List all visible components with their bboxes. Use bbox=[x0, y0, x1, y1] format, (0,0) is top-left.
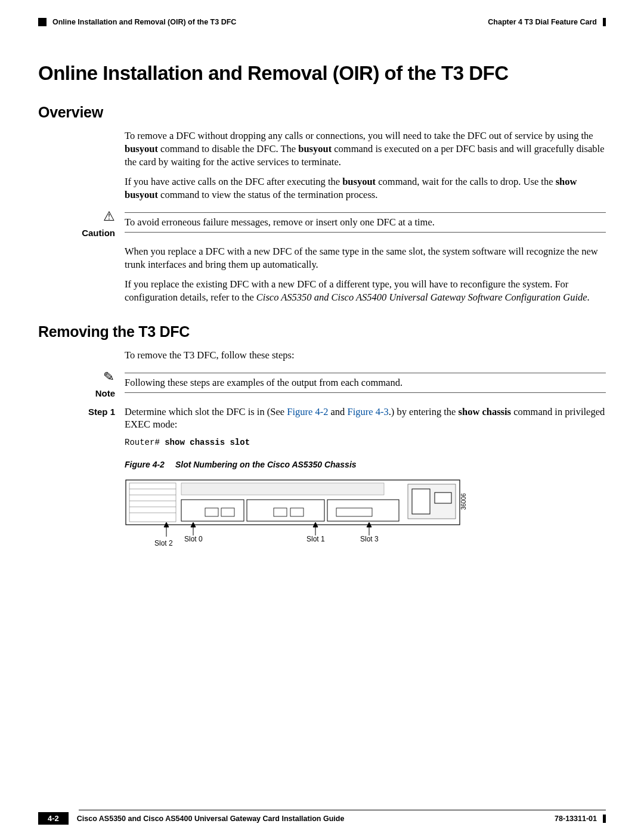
page-title: Online Installation and Removal (OIR) of… bbox=[38, 62, 606, 85]
footer-bar-icon bbox=[603, 815, 606, 823]
page-header: Online Installation and Removal (OIR) of… bbox=[38, 18, 606, 26]
code-block: Router# show chassis slot bbox=[125, 437, 606, 448]
step-1-label: Step 1 bbox=[38, 405, 125, 417]
figure-title: Slot Numbering on the Cisco AS5350 Chass… bbox=[175, 460, 357, 469]
note-label: Note bbox=[95, 388, 115, 398]
svg-rect-17 bbox=[290, 508, 304, 516]
footer-guide-title: Cisco AS5350 and Cisco AS5400 Universal … bbox=[77, 815, 345, 823]
slot-3-label: Slot 3 bbox=[360, 535, 379, 543]
svg-rect-10 bbox=[435, 493, 451, 503]
slot-1-label: Slot 1 bbox=[306, 535, 325, 543]
header-square-icon bbox=[38, 18, 47, 26]
caution-icon: ⚠ bbox=[103, 209, 115, 224]
note-rule-bottom bbox=[125, 392, 606, 393]
note-text: Following these steps are examples of th… bbox=[125, 377, 606, 389]
code-prompt: Router# bbox=[125, 438, 165, 447]
svg-rect-7 bbox=[181, 483, 384, 495]
caution-rule-bottom bbox=[125, 232, 606, 233]
slot-0-label: Slot 0 bbox=[184, 535, 203, 543]
page-footer: 4-2 Cisco AS5350 and Cisco AS5400 Univer… bbox=[38, 810, 606, 825]
overview-p3: When you replace a DFC with a new DFC of… bbox=[125, 245, 606, 271]
header-bar-icon bbox=[603, 18, 606, 26]
overview-p4: If you replace the existing DFC with a n… bbox=[125, 278, 606, 304]
caution-text: To avoid erroneous failure messages, rem… bbox=[125, 216, 606, 228]
removing-heading: Removing the T3 DFC bbox=[38, 323, 606, 340]
figure-number: Figure 4-2 bbox=[125, 460, 165, 469]
svg-rect-14 bbox=[205, 508, 218, 516]
svg-rect-16 bbox=[274, 508, 287, 516]
note-icon: ✎ bbox=[103, 368, 114, 385]
note-rule-top bbox=[125, 373, 606, 373]
code-command: show chassis slot bbox=[165, 438, 250, 447]
link-figure-4-3[interactable]: Figure 4-3 bbox=[348, 406, 389, 417]
link-figure-4-2[interactable]: Figure 4-2 bbox=[287, 406, 328, 417]
svg-rect-15 bbox=[221, 508, 234, 516]
overview-p2: If you have active calls on the DFC afte… bbox=[125, 175, 606, 202]
svg-rect-18 bbox=[336, 508, 372, 516]
figure-caption: Figure 4-2Slot Numbering on the Cisco AS… bbox=[125, 459, 606, 470]
header-section-title: Online Installation and Removal (OIR) of… bbox=[52, 18, 236, 26]
caution-label: Caution bbox=[82, 228, 115, 238]
overview-p1: To remove a DFC without dropping any cal… bbox=[125, 129, 606, 168]
overview-heading: Overview bbox=[38, 104, 606, 121]
note-callout: ✎ Note Following these steps are example… bbox=[38, 369, 606, 398]
page-number: 4-2 bbox=[38, 812, 69, 825]
footer-docid: 78-13311-01 bbox=[555, 815, 597, 823]
slot-2-label: Slot 2 bbox=[154, 539, 173, 547]
caution-rule-top bbox=[125, 212, 606, 213]
chassis-figure: Slot 2 Slot 0 Slot 1 Slot 3 36006 bbox=[125, 477, 606, 558]
removing-intro: To remove the T3 DFC, follow these steps… bbox=[125, 349, 606, 362]
figure-id: 36006 bbox=[460, 493, 467, 510]
caution-callout: ⚠ Caution To avoid erroneous failure mes… bbox=[38, 209, 606, 238]
header-chapter: Chapter 4 T3 Dial Feature Card bbox=[488, 18, 597, 26]
step-1: Step 1 Determine which slot the DFC is i… bbox=[38, 405, 606, 564]
svg-rect-9 bbox=[412, 489, 430, 514]
